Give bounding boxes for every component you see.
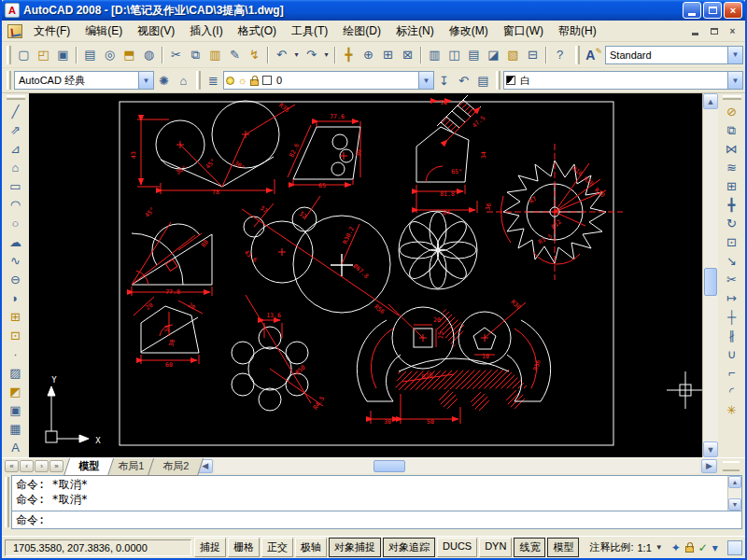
layer-previous-button[interactable]: ↶: [454, 71, 473, 91]
drawing-canvas[interactable]: 437830°45°30°R3577.682.665301647.565°348…: [29, 93, 702, 457]
autoscale-lock-icon[interactable]: [685, 546, 694, 553]
menu-help[interactable]: 帮助(H): [551, 21, 604, 42]
toggle-dyn[interactable]: DYN: [479, 538, 512, 557]
make-object-layer-current-button[interactable]: ↧: [434, 71, 454, 91]
communication-center-icon[interactable]: ◍: [139, 45, 159, 64]
layer-combo[interactable]: ☼ 0 ▼: [223, 71, 434, 90]
text-style-icon[interactable]: A✎: [585, 47, 602, 63]
fillet-tool[interactable]: ◜: [722, 382, 742, 400]
construction-line-tool[interactable]: ⇗: [6, 120, 26, 139]
arc-tool[interactable]: ◠: [6, 195, 26, 214]
sheet-set-manager-button[interactable]: ◪: [484, 45, 503, 64]
insert-block-tool[interactable]: ⊞: [6, 307, 26, 326]
erase-tool[interactable]: ⊘: [722, 102, 742, 120]
menu-edit[interactable]: 编辑(E): [78, 21, 130, 42]
command-scrollbar[interactable]: ▲ ▼: [727, 476, 741, 511]
redo-button[interactable]: ↷: [302, 45, 321, 64]
layer-on-bulb-icon[interactable]: [224, 75, 236, 87]
vertical-scroll-thumb[interactable]: [704, 268, 717, 296]
zoom-realtime-button[interactable]: ⊕: [359, 45, 378, 64]
chevron-down-icon[interactable]: ▼: [727, 72, 742, 89]
horizontal-scrollbar[interactable]: ◀ ▶: [195, 458, 745, 473]
restore-button[interactable]: [703, 2, 722, 19]
toggle-ducs[interactable]: DUCS: [437, 538, 477, 557]
scroll-right-icon[interactable]: ▶: [701, 459, 717, 473]
toggle-polar[interactable]: 极轴: [295, 538, 327, 557]
open-button[interactable]: ◰: [34, 45, 53, 64]
layer-properties-button[interactable]: ≣: [204, 71, 223, 91]
explode-tool[interactable]: ✳: [722, 400, 742, 419]
mdi-close-button[interactable]: ×: [725, 24, 740, 38]
horizontal-scroll-track[interactable]: [215, 459, 699, 473]
quickcalc-button[interactable]: ⊟: [523, 45, 543, 64]
scroll-down-icon[interactable]: ▼: [728, 498, 741, 511]
spline-tool[interactable]: ∿: [6, 251, 26, 270]
vertical-scrollbar[interactable]: ▲ ▼: [702, 93, 718, 457]
scroll-up-icon[interactable]: ▲: [728, 476, 741, 488]
toolbar-grip[interactable]: [7, 95, 25, 100]
cut-button[interactable]: ✂: [166, 45, 186, 64]
toolbar-grip[interactable]: [7, 71, 11, 90]
menu-tools[interactable]: 工具(T): [284, 21, 335, 42]
toggle-ortho[interactable]: 正交: [261, 538, 293, 557]
toolbar-grip[interactable]: [723, 95, 741, 100]
stretch-tool[interactable]: ↘: [722, 251, 742, 270]
new-button[interactable]: ▢: [14, 45, 34, 64]
circle-tool[interactable]: ○: [6, 214, 26, 232]
vertical-scroll-track[interactable]: [703, 109, 718, 441]
pan-button[interactable]: ╋: [339, 45, 359, 64]
tab-model[interactable]: 模型: [63, 458, 114, 476]
menu-window[interactable]: 窗口(W): [496, 21, 551, 42]
undo-dropdown[interactable]: ▾: [291, 45, 302, 64]
paste-button[interactable]: ▥: [205, 45, 225, 64]
status-ok-icon[interactable]: ✓: [698, 541, 708, 554]
toolbar-grip[interactable]: [496, 71, 500, 90]
ellipse-tool[interactable]: ⊖: [6, 270, 26, 288]
menu-draw[interactable]: 绘图(D): [335, 21, 388, 42]
toolbar-grip[interactable]: [575, 46, 580, 64]
rectangle-tool[interactable]: ▭: [6, 176, 26, 195]
ellipse-arc-tool[interactable]: ◗: [6, 288, 26, 307]
menu-dimension[interactable]: 标注(N): [388, 21, 442, 42]
zoom-previous-button[interactable]: ⊠: [398, 45, 417, 64]
workspace-combo[interactable]: AutoCAD 经典 ▼: [14, 71, 154, 90]
gradient-tool[interactable]: ◩: [6, 382, 26, 400]
chevron-down-icon[interactable]: ▼: [727, 47, 742, 63]
tab-layout2[interactable]: 布局2: [148, 458, 204, 476]
copy-tool[interactable]: ⧉: [722, 120, 742, 139]
command-window-grip[interactable]: [5, 477, 9, 527]
dwg-file-icon[interactable]: [7, 24, 22, 38]
match-properties-button[interactable]: ✎: [225, 45, 245, 64]
join-tool[interactable]: ∪: [722, 344, 742, 363]
mdi-minimize-button[interactable]: [687, 24, 703, 38]
horizontal-scroll-thumb[interactable]: [374, 460, 405, 472]
menu-insert[interactable]: 插入(I): [182, 21, 230, 42]
break-tool[interactable]: ∦: [722, 326, 742, 344]
annotation-visibility-icon[interactable]: ✦: [671, 541, 681, 554]
toggle-lineweight[interactable]: 线宽: [514, 538, 545, 557]
redo-dropdown[interactable]: ▾: [321, 45, 331, 64]
clean-screen-button[interactable]: [727, 540, 742, 555]
help-button[interactable]: ?: [550, 45, 570, 64]
designcenter-button[interactable]: ◫: [444, 45, 464, 64]
layer-freeze-sun-icon[interactable]: ☼: [236, 75, 248, 87]
layer-states-button[interactable]: ▤: [473, 71, 493, 91]
plot-preview-button[interactable]: ◎: [100, 45, 120, 64]
scale-tool[interactable]: ⊡: [722, 232, 742, 251]
minimize-button[interactable]: [683, 2, 701, 19]
cad-drawing[interactable]: 437830°45°30°R3577.682.665301647.565°348…: [29, 93, 702, 457]
point-tool[interactable]: ∙: [6, 344, 26, 363]
chamfer-tool[interactable]: ⌐: [722, 363, 742, 382]
copy-button[interactable]: ⧉: [186, 45, 205, 64]
revision-cloud-tool[interactable]: ☁: [6, 232, 26, 251]
command-input[interactable]: 命令:: [11, 511, 742, 529]
multiline-text-tool[interactable]: A: [6, 438, 26, 456]
polygon-tool[interactable]: ⌂: [6, 158, 26, 176]
next-tab-button[interactable]: ›: [35, 460, 49, 472]
coordinate-readout[interactable]: 1705.3580, 207.3836, 0.0000: [5, 539, 191, 556]
command-history[interactable]: 命令: *取消*命令: *取消* ▲ ▼: [11, 475, 742, 511]
scroll-down-icon[interactable]: ▼: [703, 441, 718, 457]
toggle-snap[interactable]: 捕捉: [194, 538, 226, 557]
menu-format[interactable]: 格式(O): [231, 21, 284, 42]
annotation-scale-value[interactable]: 1:1: [637, 542, 651, 553]
